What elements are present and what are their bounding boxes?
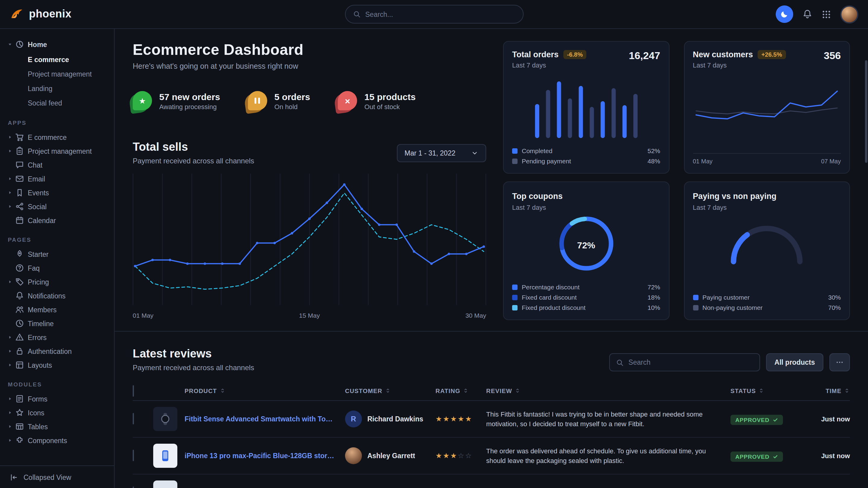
sidebar-item-forms[interactable]: Forms xyxy=(5,392,109,406)
user-avatar[interactable] xyxy=(840,5,858,23)
caret-right-icon xyxy=(7,204,13,209)
scrollbar[interactable] xyxy=(865,60,867,163)
brand[interactable]: phoenix xyxy=(10,7,71,22)
rocket-icon xyxy=(15,250,24,259)
clipboard-icon xyxy=(15,147,24,156)
sidebar-section-apps: APPS xyxy=(5,119,109,126)
column-header-customer[interactable]: CUSTOMER xyxy=(345,387,435,395)
sidebar-item-landing[interactable]: Landing xyxy=(5,82,109,96)
search-icon xyxy=(352,10,361,18)
legend-swatch xyxy=(512,284,518,290)
sidebar-item-social[interactable]: Social xyxy=(5,199,109,214)
lock-icon xyxy=(15,347,24,356)
customer-avatar: R xyxy=(345,411,362,427)
column-header-rating[interactable]: RATING xyxy=(435,387,486,395)
stat-blob-icon: × xyxy=(338,91,357,110)
latest-reviews-subtitle: Payment received across all channels xyxy=(133,363,254,372)
caret-right-icon xyxy=(7,190,13,195)
date-range-select[interactable]: Mar 1 - 31, 2022 xyxy=(397,144,486,162)
select-all-checkbox[interactable] xyxy=(133,385,134,396)
legend-swatch xyxy=(512,158,518,164)
row-checkbox[interactable] xyxy=(133,413,134,424)
sort-icon xyxy=(463,387,469,393)
review-row-1[interactable]: Fitbit Sense Advanced Smartwatch with To… xyxy=(133,401,850,438)
column-header-review[interactable]: REVIEW xyxy=(486,387,731,395)
sidebar-item-pricing[interactable]: Pricing xyxy=(5,275,109,289)
sidebar-item-icons[interactable]: Icons xyxy=(5,406,109,420)
column-header-status[interactable]: STATUS xyxy=(731,387,802,395)
caret-right-icon xyxy=(7,176,13,182)
search-icon xyxy=(616,358,624,366)
phone-thumbnail-icon xyxy=(158,449,173,463)
paying-legend-item: Paying customer30% xyxy=(693,294,841,301)
sidebar-item-project-management[interactable]: Project management xyxy=(5,144,109,158)
column-header-time[interactable]: TIME xyxy=(802,387,850,395)
caret-right-icon xyxy=(7,438,13,443)
collapsed-view-toggle[interactable]: Collapsed View xyxy=(0,465,114,488)
legend-swatch xyxy=(512,294,518,300)
reviews-search-input[interactable] xyxy=(628,359,753,366)
sidebar-item-calendar[interactable]: Calendar xyxy=(5,214,109,227)
sidebar-item-events[interactable]: Events xyxy=(5,186,109,199)
caret-right-icon xyxy=(7,362,13,368)
sidebar-item-layouts[interactable]: Layouts xyxy=(5,358,109,372)
new-customers-line-chart xyxy=(694,83,840,139)
stat-5-orders: 5 ordersOn hold xyxy=(248,91,310,110)
star-icon: ★ xyxy=(139,97,146,105)
column-header-product[interactable]: PRODUCT xyxy=(185,387,345,395)
x-axis-label: 07 May xyxy=(821,158,841,165)
sidebar-item-social-feed[interactable]: Social feed xyxy=(5,96,109,110)
more-options-button[interactable] xyxy=(829,353,850,371)
notifications-bell-button[interactable] xyxy=(802,9,812,19)
sidebar-item-e-commerce[interactable]: E commerce xyxy=(5,53,109,67)
page-title: Ecommerce Dashboard xyxy=(133,41,486,59)
apps-grid-button[interactable] xyxy=(822,9,831,19)
dashboard-left-column: Ecommerce Dashboard Here's what's going … xyxy=(133,41,486,320)
x-axis-label: 01 May xyxy=(693,158,713,165)
total-orders-badge: -6.8% xyxy=(563,50,586,59)
top-coupons-legend-item: Percentage discount72% xyxy=(512,283,660,291)
stat-15-products: ×15 productsOut of stock xyxy=(338,91,415,110)
sidebar-item-e-commerce[interactable]: E commerce xyxy=(5,130,109,144)
search-icon xyxy=(616,358,624,366)
review-row-3[interactable] xyxy=(133,475,850,488)
chevron-down-icon xyxy=(471,150,478,157)
review-row-2[interactable]: iPhone 13 pro max-Pacific Blue-128GB sto… xyxy=(133,438,850,475)
top-coupons-legend: Percentage discount72%Fixed card discoun… xyxy=(512,283,660,311)
row-checkbox[interactable] xyxy=(133,487,134,488)
sidebar-item-email[interactable]: Email xyxy=(5,172,109,186)
navbar-search[interactable] xyxy=(345,5,523,24)
sidebar-item-components[interactable]: Components xyxy=(5,433,109,447)
new-customers-x-labels: 01 May07 May xyxy=(693,153,841,165)
reviews-search[interactable] xyxy=(609,353,760,371)
table-icon xyxy=(15,422,24,431)
collapse-icon xyxy=(10,473,18,481)
sidebar-item-faq[interactable]: Faq xyxy=(5,261,109,275)
sidebar-item-members[interactable]: Members xyxy=(5,303,109,317)
new-customers-period: Last 7 days xyxy=(693,62,786,69)
row-checkbox[interactable] xyxy=(133,450,134,461)
product-link[interactable]: iPhone 13 pro max-Pacific Blue-128GB sto… xyxy=(185,452,345,459)
sidebar-item-errors[interactable]: Errors xyxy=(5,330,109,344)
sidebar-item-chat[interactable]: Chat xyxy=(5,158,109,172)
sidebar-item-home[interactable]: Home xyxy=(5,37,109,51)
gauge-chart xyxy=(725,220,809,266)
sidebar-item-tables[interactable]: Tables xyxy=(5,420,109,433)
sort-icon xyxy=(385,387,391,393)
new-customers-title: New customers xyxy=(693,50,753,59)
navbar-search-input[interactable] xyxy=(365,10,516,18)
caret-right-icon xyxy=(7,424,13,429)
caret-down-icon xyxy=(7,42,13,47)
theme-toggle-button[interactable] xyxy=(776,5,793,23)
sidebar-item-notifications[interactable]: Notifications xyxy=(5,289,109,303)
sidebar-item-timeline[interactable]: Timeline xyxy=(5,317,109,330)
sidebar-item-starter[interactable]: Starter xyxy=(5,247,109,261)
product-link[interactable]: Fitbit Sense Advanced Smartwatch with To… xyxy=(185,415,345,423)
paying-legend-item: Non-paying customer70% xyxy=(693,304,841,311)
caret-right-icon xyxy=(7,410,13,415)
all-products-button[interactable]: All products xyxy=(766,353,824,371)
stat-57-new-orders: ★57 new ordersAwating processing xyxy=(133,91,220,110)
sidebar-item-authentication[interactable]: Authentication xyxy=(5,344,109,358)
question-icon xyxy=(15,263,24,272)
sidebar-item-project-management[interactable]: Project management xyxy=(5,67,109,82)
